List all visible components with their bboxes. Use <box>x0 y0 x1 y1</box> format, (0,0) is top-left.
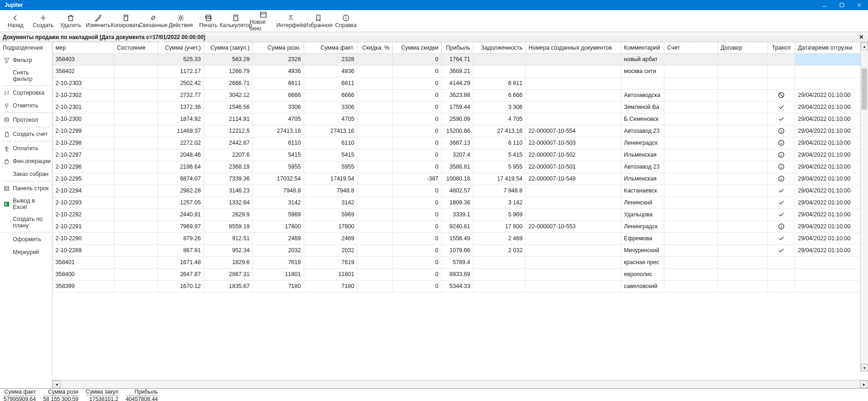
table-row[interactable]: 3583991670.121835.677180718005344.33саве… <box>53 280 868 292</box>
sidebar-item-label: Панель строк <box>13 185 49 192</box>
toolbar-help-button[interactable]: Справка <box>332 11 360 31</box>
cell-sum_buy: 3146.23 <box>204 185 253 197</box>
cell-transp <box>768 268 795 280</box>
toolbar-favorites-button[interactable]: Избранное <box>305 11 332 31</box>
cell-debt <box>473 65 525 77</box>
scroll-thumb[interactable] <box>862 68 867 110</box>
vertical-scrollbar[interactable]: ▴ ▾ <box>860 42 868 372</box>
scroll-down-button[interactable]: ▾ <box>861 364 868 372</box>
sidebar-item-mark[interactable]: Отметить <box>0 99 52 112</box>
table-row[interactable]: 2-10-22962196.642368.195955595503586.815… <box>53 161 868 173</box>
toolbar-delete-button[interactable]: Удалить <box>57 11 84 31</box>
table-row[interactable]: 2-10-23032502.422666.716811681104144.296… <box>53 77 868 89</box>
cell-sum_buy: 8559.19 <box>204 220 253 232</box>
sidebar-item-clear-filter[interactable]: Снять фильтр <box>0 67 52 85</box>
toolbar-create-button[interactable]: Создать <box>29 11 57 31</box>
cell-sum_acc: 1671.48 <box>158 256 204 268</box>
column-header-docs[interactable]: Номера созданных документов <box>525 42 621 53</box>
horizontal-scrollbar[interactable]: ◂ ▸ <box>52 380 868 388</box>
column-header-debt[interactable]: Задолженность <box>473 42 525 53</box>
column-header-ship[interactable]: Дата\время отгрузки <box>795 42 868 53</box>
cell-docs <box>525 280 621 292</box>
sidebar-item-picked[interactable]: Заказ собран <box>0 168 52 181</box>
column-header-num[interactable]: мер <box>53 42 114 53</box>
toolbar-related-button[interactable]: Связанные <box>139 11 167 31</box>
cell-sum_buy: 2629.9 <box>204 209 253 220</box>
toolbar-print-button[interactable]: Печать <box>195 11 222 31</box>
column-header-sum_ret[interactable]: Сумма розн. <box>253 42 304 53</box>
cell-ship: 29/04/2022 01:10:00 <box>795 89 868 101</box>
table-row[interactable]: 3584011671.481829.67619761905789.4красна… <box>53 256 868 268</box>
cell-disc_p <box>357 101 393 113</box>
info-icon <box>778 151 785 158</box>
table-row[interactable]: 2-10-22922440.912629.95969596903339.15 9… <box>53 209 868 220</box>
sidebar-item-invoice[interactable]: Создать счет <box>0 128 52 141</box>
sidebar-item-rows-panel[interactable]: Панель строк <box>0 182 52 195</box>
column-header-profit[interactable]: Прибыль <box>441 42 473 53</box>
sidebar-item-sort[interactable]: Сортировка <box>0 86 52 99</box>
column-header-transp[interactable]: Трансп <box>768 42 795 53</box>
cell-account <box>664 89 718 101</box>
column-header-account[interactable]: Счет <box>664 42 718 53</box>
column-header-contract[interactable]: Договор <box>718 42 768 53</box>
scroll-left-button[interactable]: ◂ <box>52 380 61 388</box>
column-header-comment[interactable]: Комментарий <box>621 42 664 53</box>
column-header-sum_acc[interactable]: Сумма (учет.) <box>158 42 204 53</box>
cell-docs <box>525 209 621 220</box>
table-row[interactable]: 3584002647.872867.31118011180108933.69ев… <box>53 268 868 280</box>
table-row[interactable]: 2-10-23011372.361546.563306330601759.443… <box>53 101 868 113</box>
table-row[interactable]: 2-10-22942982.283146.237948.87948.804802… <box>53 185 868 197</box>
table-row[interactable]: 2-10-2290879.26912.512469246901556.492 4… <box>53 232 868 244</box>
table-row[interactable]: 2-10-22917969.978559.19178001780009240.8… <box>53 220 868 232</box>
info-icon <box>778 223 785 230</box>
column-header-state[interactable]: Состояние <box>114 42 158 53</box>
document-close-button[interactable]: × <box>857 34 865 41</box>
toolbar-edit-button[interactable]: Изменить <box>84 11 112 31</box>
cell-contract <box>718 280 768 292</box>
cell-transp <box>768 89 795 101</box>
sidebar-item-pay[interactable]: Оплатить <box>0 142 52 155</box>
sidebar-item-finops[interactable]: Фин.операции <box>0 155 52 168</box>
ban-icon <box>778 91 785 99</box>
sidebar-item-protocol[interactable]: Протокол <box>0 113 52 126</box>
column-header-disc_p[interactable]: Скидка, % <box>357 42 393 53</box>
column-header-sum_fact[interactable]: Сумма факт. <box>304 42 357 53</box>
table-row[interactable]: 2-10-22956874.077339.3617032.5417419.54-… <box>53 173 868 185</box>
table-row[interactable]: 2-10-22982272.022442.876110611003667.136… <box>53 137 868 149</box>
sidebar-item-byplan[interactable]: Создать по плану <box>0 213 52 232</box>
toolbar-newwin-button[interactable]: Новое окно <box>250 11 277 31</box>
data-grid[interactable]: мерСостояниеСумма (учет.)Сумма (закуп.)С… <box>52 42 868 388</box>
column-header-sum_buy[interactable]: Сумма (закуп.) <box>204 42 253 53</box>
cell-contract <box>718 113 768 125</box>
scroll-right-button[interactable]: ▸ <box>860 380 868 388</box>
table-row[interactable]: 2-10-23001874.922114.914705470502590.094… <box>53 113 868 125</box>
cell-account <box>664 185 718 197</box>
toolbar-back-button[interactable]: Назад <box>2 11 29 31</box>
column-header-disc_s[interactable]: Сумма скидки <box>392 42 441 53</box>
cell-sum_buy: 3042.12 <box>204 89 253 101</box>
toolbar-calc-button[interactable]: Калькулятор <box>222 11 250 31</box>
sidebar-item-filter[interactable]: Фильтр <box>0 54 52 67</box>
cell-sum_ret: 7180 <box>253 280 304 292</box>
sidebar-item-mercury[interactable]: Меркурий <box>0 246 52 259</box>
window-close[interactable] <box>851 0 868 10</box>
cell-sum_ret: 17800 <box>253 220 304 232</box>
table-row[interactable]: 2-10-23022732.773042.126666666603623.886… <box>53 89 868 101</box>
scroll-up-button[interactable]: ▴ <box>861 42 868 50</box>
sidebar-item-label: Оформить <box>13 236 41 243</box>
toolbar-copy-button[interactable]: Копировать <box>112 11 139 31</box>
sidebar-item-issue[interactable]: Оформить <box>0 233 52 246</box>
cell-state <box>114 244 158 256</box>
table-row[interactable]: 358403525.33563.292328232801764.71новый … <box>53 53 868 65</box>
table-row[interactable]: 3584021172.171266.794936493603669.21моск… <box>53 65 868 77</box>
table-row[interactable]: 2-10-2289867.91952.342032203201079.662 0… <box>53 244 868 256</box>
toolbar-interface-button[interactable]: Интерфейс <box>277 11 305 31</box>
toolbar-actions-button[interactable]: Действия <box>167 11 195 31</box>
window-maximize[interactable] <box>833 0 851 10</box>
table-row[interactable]: 2-10-229911469.3712212.527413.1627413.16… <box>53 125 868 137</box>
window-minimize[interactable] <box>816 0 833 10</box>
table-row[interactable]: 2-10-22972048.462207.65415541503207.45 4… <box>53 149 868 161</box>
sidebar-item-excel[interactable]: Вывод в Excel <box>0 195 52 213</box>
table-row[interactable]: 2-10-22931257.051332.643142314201809.363… <box>53 197 868 209</box>
cell-sum_ret: 7948.8 <box>253 185 304 197</box>
